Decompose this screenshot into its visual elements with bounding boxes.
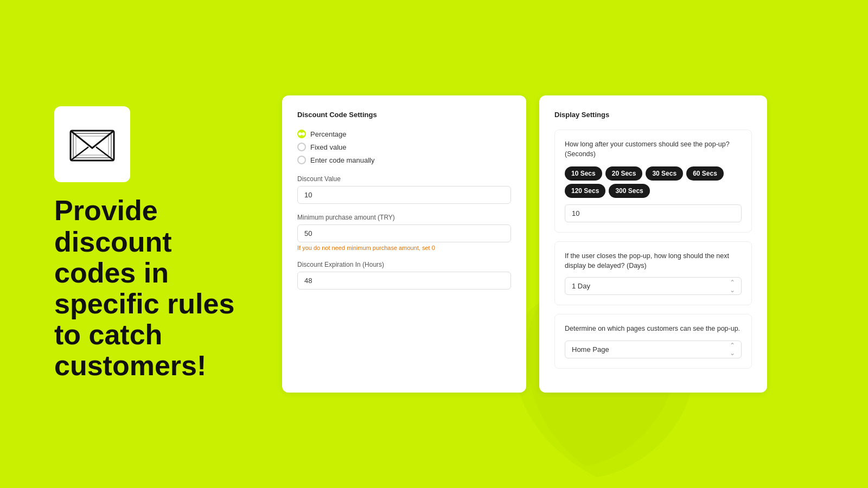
radio-label-manual: Enter code manually bbox=[310, 156, 375, 164]
delay-section-text: If the user closes the pop-up, how long … bbox=[565, 252, 742, 271]
popup-delay-input[interactable] bbox=[565, 204, 742, 222]
headline: Provide discount codes in specific rules… bbox=[54, 195, 260, 381]
time-btn-60[interactable]: 60 Secs bbox=[686, 166, 724, 181]
time-btn-120[interactable]: 120 Secs bbox=[565, 184, 605, 198]
expiration-section: Discount Expiration In (Hours) bbox=[297, 261, 511, 290]
popup-delay-section: How long after your customers should see… bbox=[554, 130, 752, 233]
radio-circle-percentage bbox=[297, 130, 306, 138]
discount-card: Discount Code Settings Percentage Fixed … bbox=[282, 95, 526, 393]
delay-select[interactable]: 1 Day 2 Days 3 Days 7 Days 30 Days bbox=[565, 277, 742, 295]
expiration-label: Discount Expiration In (Hours) bbox=[297, 261, 511, 268]
time-btn-10[interactable]: 10 Secs bbox=[565, 166, 602, 181]
radio-percentage[interactable]: Percentage bbox=[297, 130, 511, 138]
pages-select[interactable]: Home Page Product Page Cart Page All Pag… bbox=[565, 341, 742, 358]
radio-fixed[interactable]: Fixed value bbox=[297, 143, 511, 151]
min-purchase-hint: If you do not need minimum purchase amou… bbox=[297, 245, 511, 251]
min-purchase-label: Minimum purchase amount (TRY) bbox=[297, 214, 511, 221]
delay-select-wrapper: 1 Day 2 Days 3 Days 7 Days 30 Days ⌃⌄ bbox=[565, 277, 742, 295]
display-card-title: Display Settings bbox=[554, 111, 752, 119]
logo-icon bbox=[68, 120, 117, 169]
logo-box bbox=[54, 106, 130, 182]
pages-section: Determine on which pages customers can s… bbox=[554, 314, 752, 369]
time-btn-20[interactable]: 20 Secs bbox=[605, 166, 643, 181]
discount-value-section: Discount Value bbox=[297, 175, 511, 204]
main-container: Provide discount codes in specific rules… bbox=[54, 95, 814, 393]
discount-value-label: Discount Value bbox=[297, 175, 511, 183]
radio-circle-manual bbox=[297, 156, 306, 164]
expiration-input[interactable] bbox=[297, 272, 511, 290]
time-buttons-group: 10 Secs 20 Secs 30 Secs 60 Secs 120 Secs… bbox=[565, 166, 742, 198]
left-section: Provide discount codes in specific rules… bbox=[54, 106, 260, 381]
discount-card-title: Discount Code Settings bbox=[297, 111, 511, 119]
panels-container: Discount Code Settings Percentage Fixed … bbox=[282, 95, 814, 393]
display-delay-section: If the user closes the pop-up, how long … bbox=[554, 241, 752, 305]
radio-circle-fixed bbox=[297, 143, 306, 151]
pages-select-wrapper: Home Page Product Page Cart Page All Pag… bbox=[565, 341, 742, 358]
radio-label-fixed: Fixed value bbox=[310, 143, 346, 151]
radio-group: Percentage Fixed value Enter code manual… bbox=[297, 130, 511, 164]
radio-label-percentage: Percentage bbox=[310, 130, 347, 138]
display-card: Display Settings How long after your cus… bbox=[539, 95, 767, 393]
time-btn-300[interactable]: 300 Secs bbox=[609, 184, 649, 198]
discount-value-input[interactable] bbox=[297, 186, 511, 204]
radio-manual[interactable]: Enter code manually bbox=[297, 156, 511, 164]
min-purchase-input[interactable] bbox=[297, 224, 511, 242]
pages-section-text: Determine on which pages customers can s… bbox=[565, 324, 742, 334]
min-purchase-section: Minimum purchase amount (TRY) If you do … bbox=[297, 214, 511, 251]
time-btn-30[interactable]: 30 Secs bbox=[646, 166, 683, 181]
popup-delay-text: How long after your customers should see… bbox=[565, 140, 742, 159]
